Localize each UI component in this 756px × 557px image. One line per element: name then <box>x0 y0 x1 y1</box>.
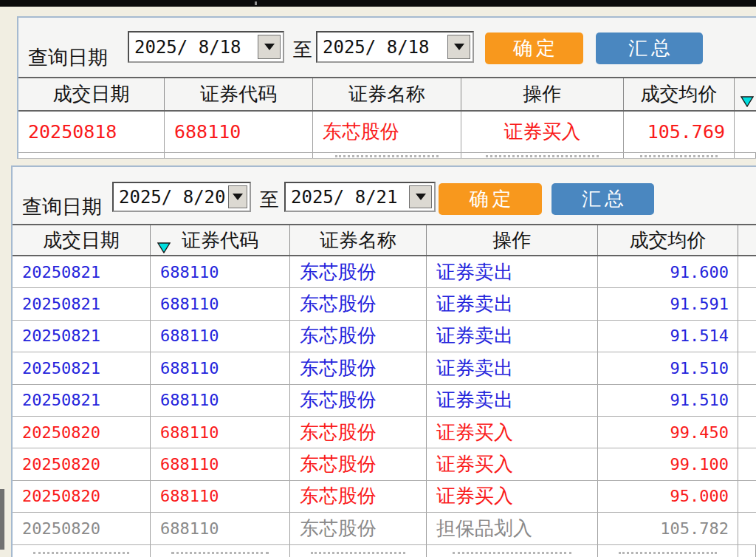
cell-trade-date: 20250818 <box>18 112 165 152</box>
cell-extra <box>738 352 756 383</box>
sort-indicator-icon <box>740 89 754 112</box>
query-panel-bottom: 查询日期 2025/ 8/20 至 2025/ 8/21 确定 汇总 成交日期 … <box>11 165 756 557</box>
table-header-row: 成交日期 证券代码 证券名称 操作 成交均价 <box>13 224 756 256</box>
table-row[interactable]: 20250821 688110 东芯股份 证券卖出 91.514 <box>13 321 756 352</box>
scrollbar-thumb[interactable] <box>0 489 4 550</box>
cell-extra <box>738 448 756 479</box>
table-row[interactable]: 20250820 688110 东芯股份 担保品划入 105.782 <box>13 513 756 544</box>
cell-security-code: 688110 <box>165 112 313 152</box>
cell-security-code: 688110 <box>151 288 290 319</box>
header-operation[interactable]: 操作 <box>427 225 598 255</box>
header-security-code[interactable]: 证券代码 <box>165 78 313 110</box>
header-extra[interactable] <box>738 225 756 255</box>
cell-avg-price: 91.510 <box>598 352 738 383</box>
cell-security-code: 688110 <box>151 352 290 383</box>
query-date-label: 查询日期 <box>22 194 102 220</box>
cell-operation: 证券买入 <box>427 481 598 512</box>
date-to-value: 2025/ 8/21 <box>286 187 398 208</box>
cell-trade-date: 20250821 <box>13 288 151 319</box>
cell-trade-date: 20250821 <box>13 321 151 352</box>
cell-security-name: 东芯股份 <box>290 513 427 544</box>
cell-security-name: 东芯股份 <box>313 112 461 152</box>
cell-trade-date: 20250821 <box>13 352 151 383</box>
header-trade-date[interactable]: 成交日期 <box>13 225 151 255</box>
date-to-dropdown[interactable]: 2025/ 8/18 <box>316 31 474 63</box>
date-from-value: 2025/ 8/18 <box>129 37 241 58</box>
cell-avg-price: 99.100 <box>598 448 738 479</box>
cell-trade-date: 20250820 <box>13 417 151 448</box>
cell-avg-price: 99.450 <box>598 417 738 448</box>
table-row[interactable]: 20250820 688110 东芯股份 证券买入 99.100 <box>13 448 756 480</box>
header-security-name[interactable]: 证券名称 <box>313 78 461 110</box>
cell-trade-date: 20250820 <box>13 513 151 544</box>
cell-trade-date: 20250821 <box>13 256 151 287</box>
cell-security-code: 688110 <box>151 256 290 287</box>
cell-extra <box>738 417 756 448</box>
cell-avg-price: 91.510 <box>598 385 738 416</box>
header-operation[interactable]: 操作 <box>461 78 624 110</box>
date-from-dropdown[interactable]: 2025/ 8/20 <box>112 182 251 212</box>
dropdown-button[interactable] <box>409 185 432 208</box>
dropdown-button[interactable] <box>258 35 281 59</box>
cell-extra <box>738 513 756 544</box>
cell-operation: 证券卖出 <box>427 385 598 416</box>
date-to-value: 2025/ 8/18 <box>317 37 430 58</box>
cell-operation: 证券卖出 <box>427 321 598 352</box>
cell-extra <box>738 256 756 287</box>
trades-table-top: 成交日期 证券代码 证券名称 操作 成交均价 20250818 688110 东… <box>18 77 756 158</box>
cell-security-name: 东芯股份 <box>290 288 427 319</box>
cell-security-name: 东芯股份 <box>290 321 427 352</box>
table-row[interactable]: 20250820 688110 东芯股份 证券买入 95.000 <box>13 481 756 513</box>
table-row[interactable]: 20250821 688110 东芯股份 证券卖出 91.510 <box>13 385 756 417</box>
chevron-down-icon <box>233 194 243 200</box>
cell-extra <box>738 288 756 319</box>
dropdown-button[interactable] <box>228 185 248 208</box>
cell-avg-price: 105.782 <box>598 513 738 544</box>
header-security-code[interactable]: 证券代码 <box>151 225 290 255</box>
cell-operation: 担保品划入 <box>427 513 598 544</box>
summary-button[interactable]: 汇总 <box>596 33 703 64</box>
header-trade-date[interactable]: 成交日期 <box>18 78 165 110</box>
table-header-row: 成交日期 证券代码 证券名称 操作 成交均价 <box>18 77 756 112</box>
cell-avg-price: 91.591 <box>598 288 738 319</box>
date-from-value: 2025/ 8/20 <box>114 187 226 208</box>
table-row[interactable]: 20250821 688110 东芯股份 证券卖出 91.600 <box>13 256 756 288</box>
cell-extra <box>738 385 756 416</box>
header-extra[interactable] <box>735 78 756 110</box>
clipped-row <box>13 545 756 557</box>
confirm-button[interactable]: 确定 <box>439 183 542 215</box>
chevron-down-icon <box>454 44 464 50</box>
table-row[interactable]: 20250821 688110 东芯股份 证券卖出 91.591 <box>13 288 756 320</box>
summary-button[interactable]: 汇总 <box>551 183 654 215</box>
cell-security-name: 东芯股份 <box>290 481 427 512</box>
cell-operation: 证券买入 <box>427 417 598 448</box>
cell-security-code: 688110 <box>151 513 290 544</box>
cell-operation: 证券卖出 <box>427 352 598 383</box>
date-to-dropdown[interactable]: 2025/ 8/21 <box>284 182 436 212</box>
cell-security-name: 东芯股份 <box>290 448 427 479</box>
confirm-button[interactable]: 确定 <box>485 33 583 64</box>
header-avg-price[interactable]: 成交均价 <box>624 78 735 110</box>
table-row[interactable]: 20250820 688110 东芯股份 证券买入 99.450 <box>13 417 756 448</box>
cell-trade-date: 20250820 <box>13 481 151 512</box>
cell-extra <box>735 112 756 152</box>
range-separator-label: 至 <box>293 37 312 63</box>
cell-security-name: 东芯股份 <box>290 256 427 287</box>
range-separator-label: 至 <box>260 187 279 213</box>
cell-security-code: 688110 <box>151 417 290 448</box>
query-panel-top: 查询日期 2025/ 8/18 至 2025/ 8/18 确定 汇总 成交日期 … <box>17 16 756 159</box>
table-row[interactable]: 20250818 688110 东芯股份 证券买入 105.769 <box>18 112 756 153</box>
cell-security-code: 688110 <box>151 321 290 352</box>
table-row[interactable]: 20250821 688110 东芯股份 证券卖出 91.510 <box>13 352 756 384</box>
cell-operation: 证券买入 <box>427 448 598 479</box>
trades-table-bottom: 成交日期 证券代码 证券名称 操作 成交均价 20250821 688110 东… <box>13 224 756 557</box>
cell-avg-price: 91.600 <box>598 256 738 287</box>
header-security-code-label: 证券代码 <box>182 228 258 253</box>
cell-trade-date: 20250820 <box>13 448 151 479</box>
sort-indicator-icon <box>157 236 171 258</box>
header-security-name[interactable]: 证券名称 <box>290 225 427 255</box>
dropdown-button[interactable] <box>447 35 470 59</box>
date-from-dropdown[interactable]: 2025/ 8/18 <box>128 31 284 63</box>
header-avg-price[interactable]: 成交均价 <box>598 225 738 255</box>
cell-operation: 证券卖出 <box>427 288 598 319</box>
